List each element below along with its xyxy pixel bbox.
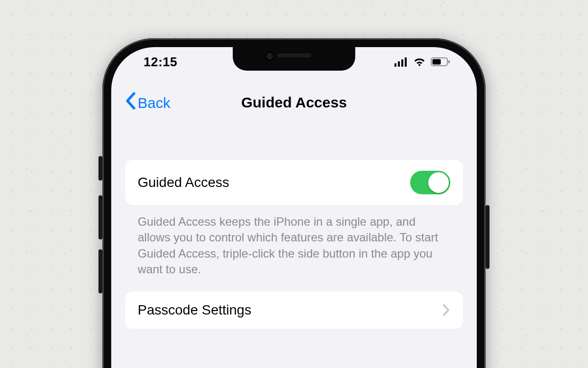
back-label: Back	[138, 94, 171, 111]
svg-rect-3	[405, 57, 407, 67]
volume-down-button	[98, 249, 102, 293]
passcode-settings-label: Passcode Settings	[138, 302, 251, 318]
battery-icon	[431, 57, 450, 67]
guided-access-toggle-row: Guided Access	[125, 160, 463, 205]
svg-rect-2	[401, 59, 403, 67]
svg-rect-0	[394, 63, 396, 67]
svg-rect-1	[398, 61, 400, 67]
speaker-grille	[277, 53, 311, 57]
chevron-right-icon	[442, 304, 450, 316]
nav-bar: Back Guided Access	[111, 94, 477, 111]
content: Guided Access Guided Access keeps the iP…	[111, 160, 477, 329]
toggle-knob	[428, 172, 449, 193]
guided-access-toggle[interactable]	[410, 171, 450, 194]
guided-access-toggle-label: Guided Access	[138, 175, 229, 190]
volume-up-button	[98, 195, 102, 239]
cellular-icon	[394, 57, 408, 67]
svg-rect-6	[448, 60, 450, 63]
back-button[interactable]: Back	[125, 92, 171, 113]
page-title: Guided Access	[241, 94, 347, 111]
status-time: 12:15	[131, 54, 177, 70]
svg-rect-5	[433, 59, 441, 65]
screen: 12:15	[111, 47, 477, 368]
power-button	[486, 205, 490, 269]
chevron-left-icon	[125, 92, 136, 113]
notch	[233, 47, 355, 71]
passcode-settings-row[interactable]: Passcode Settings	[125, 291, 463, 329]
wifi-icon	[413, 57, 426, 67]
guided-access-description: Guided Access keeps the iPhone in a sing…	[125, 205, 463, 291]
phone-frame: 12:15	[102, 38, 486, 368]
status-icons	[394, 57, 457, 67]
front-camera	[267, 53, 273, 59]
silence-switch	[98, 156, 102, 181]
